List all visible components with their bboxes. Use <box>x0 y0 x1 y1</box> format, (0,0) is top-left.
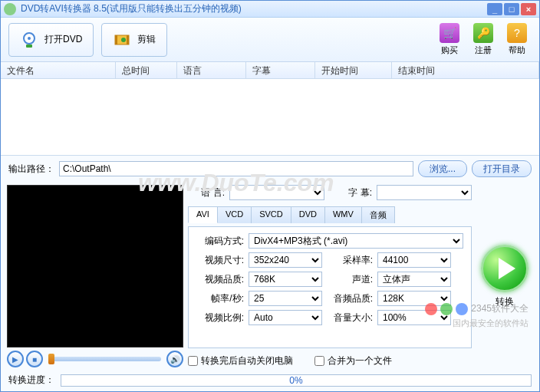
slider-thumb[interactable] <box>48 354 54 364</box>
video-preview[interactable] <box>7 185 183 348</box>
maximize-button[interactable]: □ <box>504 3 519 15</box>
format-tabs: AVI VCD SVCD DVD WMV 音频 <box>188 206 472 223</box>
ratio-label: 视频比例: <box>196 311 244 324</box>
vquality-label: 视频品质: <box>196 273 244 286</box>
file-list[interactable] <box>1 79 539 156</box>
sample-select[interactable]: 44100 <box>377 252 451 268</box>
player-controls: ▶ ■ 🔊 <box>7 351 183 367</box>
open-dir-button[interactable]: 打开目录 <box>472 160 532 177</box>
progress-row: 转换进度： 0% <box>1 371 539 391</box>
col-endtime[interactable]: 结束时间 <box>392 62 539 78</box>
tab-dvd[interactable]: DVD <box>291 206 325 223</box>
open-dvd-label: 打开DVD <box>44 33 82 46</box>
col-language[interactable]: 语言 <box>177 62 246 78</box>
tab-panel: 编码方式: DivX4+MP3格式 (*.avi) 视频尺寸: 352x240 … <box>188 226 472 348</box>
convert-area: 转换 <box>476 185 533 367</box>
tab-svcd[interactable]: SVCD <box>251 206 291 223</box>
volume-select[interactable]: 100% <box>377 310 451 325</box>
edit-label: 剪辑 <box>137 33 156 46</box>
shutdown-checkbox[interactable]: 转换完后自动关闭电脑 <box>188 354 293 367</box>
channel-select[interactable]: 立体声 <box>377 272 451 287</box>
film-icon <box>113 31 131 49</box>
svg-rect-4 <box>115 35 117 44</box>
aquality-select[interactable]: 128K <box>377 291 451 306</box>
fps-label: 帧率/秒: <box>196 292 244 305</box>
subtitle-select[interactable] <box>377 185 472 200</box>
minimize-button[interactable]: _ <box>487 3 502 15</box>
svg-rect-5 <box>127 35 129 44</box>
help-label: 帮助 <box>509 44 525 56</box>
col-subtitle[interactable]: 字幕 <box>246 62 315 78</box>
output-label: 输出路径： <box>8 163 54 176</box>
output-row: 输出路径： 浏览... 打开目录 <box>1 156 539 182</box>
buy-label: 购买 <box>441 44 458 56</box>
progress-label: 转换进度： <box>8 374 54 387</box>
tab-vcd[interactable]: VCD <box>217 206 252 223</box>
progress-bar: 0% <box>61 374 532 387</box>
tab-avi[interactable]: AVI <box>188 206 218 223</box>
svg-rect-2 <box>26 44 32 48</box>
window-title: DVD转AVI转换器 8.5(试用版只能转换出五分钟的视频) <box>21 2 486 15</box>
edit-button[interactable]: 剪辑 <box>101 23 167 57</box>
language-label: 语 言: <box>188 186 225 199</box>
file-list-header: 文件名 总时间 语言 字幕 开始时间 结束时间 <box>1 62 539 79</box>
convert-button[interactable] <box>481 245 528 292</box>
toolbar: 打开DVD 剪辑 🛒 购买 🔑 注册 ? 帮助 <box>1 18 539 62</box>
tab-audio[interactable]: 音频 <box>361 206 395 223</box>
settings-pane: 语 言: 字 幕: AVI VCD SVCD DVD WMV 音频 编码方式: … <box>188 185 472 367</box>
convert-label: 转换 <box>496 295 514 308</box>
encode-select[interactable]: DivX4+MP3格式 (*.avi) <box>249 233 463 249</box>
right-toolbar: 🛒 购买 🔑 注册 ? 帮助 <box>435 23 532 56</box>
subtitle-label: 字 幕: <box>329 186 372 199</box>
browse-button[interactable]: 浏览... <box>418 160 467 177</box>
channel-label: 声道: <box>327 273 373 286</box>
help-button[interactable]: ? 帮助 <box>502 23 532 56</box>
volume-button[interactable]: 🔊 <box>166 351 183 367</box>
mid-section: ▶ ■ 🔊 语 言: 字 幕: AVI VCD SVCD DVD WMV 音频 <box>1 182 539 371</box>
app-icon <box>4 3 16 15</box>
preview-pane: ▶ ■ 🔊 <box>7 185 183 367</box>
sample-label: 采样率: <box>327 254 373 267</box>
register-button[interactable]: 🔑 注册 <box>469 23 498 56</box>
play-button[interactable]: ▶ <box>7 351 24 367</box>
size-select[interactable]: 352x240 <box>249 252 322 268</box>
svg-point-1 <box>28 37 31 40</box>
vquality-select[interactable]: 768K <box>249 272 322 287</box>
dvd-icon <box>20 31 38 49</box>
size-label: 视频尺寸: <box>196 254 244 267</box>
title-bar: DVD转AVI转换器 8.5(试用版只能转换出五分钟的视频) _ □ × <box>1 1 539 18</box>
volume-label: 音量大小: <box>327 311 373 324</box>
col-filename[interactable]: 文件名 <box>1 62 116 78</box>
col-totaltime[interactable]: 总时间 <box>116 62 177 78</box>
ratio-select[interactable]: Auto <box>249 310 322 325</box>
open-dvd-button[interactable]: 打开DVD <box>8 23 94 57</box>
key-icon: 🔑 <box>473 23 493 43</box>
cart-icon: 🛒 <box>440 23 459 43</box>
aquality-label: 音频品质: <box>327 292 373 305</box>
tab-wmv[interactable]: WMV <box>324 206 362 223</box>
register-label: 注册 <box>475 44 492 56</box>
check-row: 转换完后自动关闭电脑 合并为一个文件 <box>188 354 472 367</box>
merge-checkbox[interactable]: 合并为一个文件 <box>314 354 392 367</box>
stop-button[interactable]: ■ <box>26 351 43 367</box>
help-icon: ? <box>507 23 527 43</box>
language-select[interactable] <box>229 185 324 200</box>
buy-button[interactable]: 🛒 购买 <box>435 23 464 56</box>
fps-select[interactable]: 25 <box>249 291 322 306</box>
language-row: 语 言: 字 幕: <box>188 185 472 200</box>
svg-point-6 <box>121 38 126 42</box>
col-starttime[interactable]: 开始时间 <box>315 62 392 78</box>
close-button[interactable]: × <box>521 3 536 15</box>
output-path-input[interactable] <box>59 161 413 176</box>
seek-slider[interactable] <box>48 357 161 361</box>
encode-label: 编码方式: <box>196 235 244 248</box>
app-window: DVD转AVI转换器 8.5(试用版只能转换出五分钟的视频) _ □ × 打开D… <box>0 0 540 392</box>
